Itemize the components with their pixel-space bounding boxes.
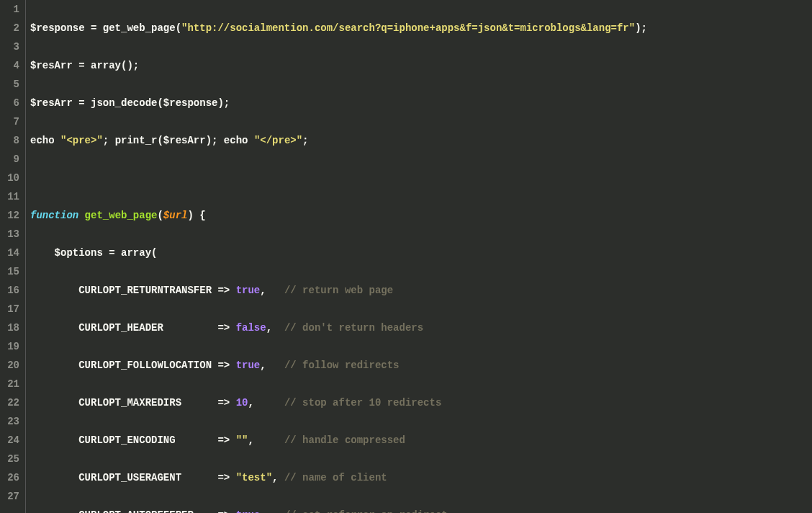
comment: // stop after 10 redirects xyxy=(284,397,441,409)
line-number: 13 xyxy=(3,225,19,244)
code-line: $options = array( xyxy=(30,244,647,262)
line-number: 8 xyxy=(3,131,19,150)
code-text: , xyxy=(272,472,284,483)
line-number: 11 xyxy=(3,187,19,206)
code-line: CURLOPT_HEADER => false, // don't return… xyxy=(30,318,647,337)
code-line xyxy=(30,169,647,187)
line-number: 23 xyxy=(3,412,19,431)
code-text: ( xyxy=(157,210,163,221)
line-number: 25 xyxy=(3,450,19,468)
code-line: CURLOPT_FOLLOWLOCATION => true, // follo… xyxy=(30,356,647,375)
code-text: echo xyxy=(30,135,60,146)
function-name: get_web_page xyxy=(78,210,157,221)
literal: true xyxy=(236,360,261,371)
code-line: CURLOPT_USERAGENT => "test", // name of … xyxy=(30,468,647,487)
comment: // return web page xyxy=(284,285,393,296)
line-number: 26 xyxy=(3,468,19,487)
comment: // handle compressed xyxy=(284,434,405,446)
line-number: 5 xyxy=(3,75,19,94)
code-line: $resArr = array(); xyxy=(30,56,647,75)
line-number: 19 xyxy=(3,337,19,356)
code-text: ; xyxy=(302,135,308,146)
line-number: 15 xyxy=(3,262,19,281)
comment: // set referrer on redirect xyxy=(284,509,448,513)
parameter: $url xyxy=(163,210,188,221)
code-text: CURLOPT_ENCODING => xyxy=(30,434,236,446)
line-number: 20 xyxy=(3,356,19,375)
code-text: CURLOPT_HEADER => xyxy=(30,322,236,334)
code-line: echo "<pre>"; print_r($resArr); echo "</… xyxy=(30,131,647,150)
code-text: ); xyxy=(635,22,647,34)
code-text: CURLOPT_USERAGENT => xyxy=(30,472,236,483)
line-number: 22 xyxy=(3,393,19,412)
code-text: ; print_r($resArr); echo xyxy=(103,135,254,146)
literal: false xyxy=(236,322,266,334)
code-line: CURLOPT_RETURNTRANSFER => true, // retur… xyxy=(30,281,647,300)
line-number-gutter: 1 2 3 4 5 6 7 8 9 10 11 12 13 14 15 16 1… xyxy=(0,0,26,513)
code-line: function get_web_page($url) { xyxy=(30,206,647,225)
code-text: CURLOPT_AUTOREFERER => xyxy=(30,509,236,513)
code-text: $options = array( xyxy=(30,247,157,259)
line-number: 16 xyxy=(3,281,19,300)
code-line: CURLOPT_MAXREDIRS => 10, // stop after 1… xyxy=(30,393,647,412)
line-number: 17 xyxy=(3,300,19,318)
code-text: $response = get_web_page( xyxy=(30,22,181,34)
code-area[interactable]: $response = get_web_page("http://socialm… xyxy=(26,0,651,513)
code-text: ) { xyxy=(187,210,205,221)
code-editor: 1 2 3 4 5 6 7 8 9 10 11 12 13 14 15 16 1… xyxy=(0,0,812,513)
code-line: $resArr = json_decode($response); xyxy=(30,94,647,112)
code-text: , xyxy=(260,509,284,513)
line-number: 4 xyxy=(3,56,19,75)
code-text: CURLOPT_FOLLOWLOCATION => xyxy=(30,360,236,371)
literal: true xyxy=(236,285,261,296)
code-text: , xyxy=(248,397,284,409)
string-literal: "</pre>" xyxy=(254,135,302,146)
code-text: $resArr = json_decode($response); xyxy=(30,97,230,109)
code-text: , xyxy=(260,360,284,371)
line-number: 27 xyxy=(3,487,19,506)
line-number: 2 xyxy=(3,19,19,37)
code-text: $resArr = array(); xyxy=(30,60,139,71)
line-number: 21 xyxy=(3,375,19,393)
line-number: 10 xyxy=(3,169,19,187)
string-literal: "http://socialmention.com/search?q=iphon… xyxy=(181,22,635,34)
literal: 10 xyxy=(236,397,248,409)
line-number: 6 xyxy=(3,94,19,112)
comment: // name of client xyxy=(284,472,387,483)
string-literal: "" xyxy=(236,434,248,446)
code-text: CURLOPT_MAXREDIRS => xyxy=(30,397,236,409)
code-line: CURLOPT_AUTOREFERER => true, // set refe… xyxy=(30,506,647,513)
code-line: $response = get_web_page("http://socialm… xyxy=(30,19,647,37)
string-literal: "<pre>" xyxy=(60,135,103,146)
code-text: , xyxy=(266,322,284,334)
line-number: 24 xyxy=(3,431,19,450)
literal: true xyxy=(236,509,261,513)
line-number: 12 xyxy=(3,206,19,225)
comment: // don't return headers xyxy=(284,322,423,334)
code-text: , xyxy=(248,434,284,446)
code-text: CURLOPT_RETURNTRANSFER => xyxy=(30,285,236,296)
comment: // follow redirects xyxy=(284,360,400,371)
line-number: 9 xyxy=(3,150,19,169)
keyword: function xyxy=(30,210,78,221)
string-literal: "test" xyxy=(236,472,272,483)
code-text: , xyxy=(260,285,284,296)
line-number: 7 xyxy=(3,112,19,131)
line-number: 1 xyxy=(3,0,19,19)
line-number: 14 xyxy=(3,244,19,262)
line-number: 18 xyxy=(3,318,19,337)
code-line: CURLOPT_ENCODING => "", // handle compre… xyxy=(30,431,647,450)
line-number: 3 xyxy=(3,37,19,56)
